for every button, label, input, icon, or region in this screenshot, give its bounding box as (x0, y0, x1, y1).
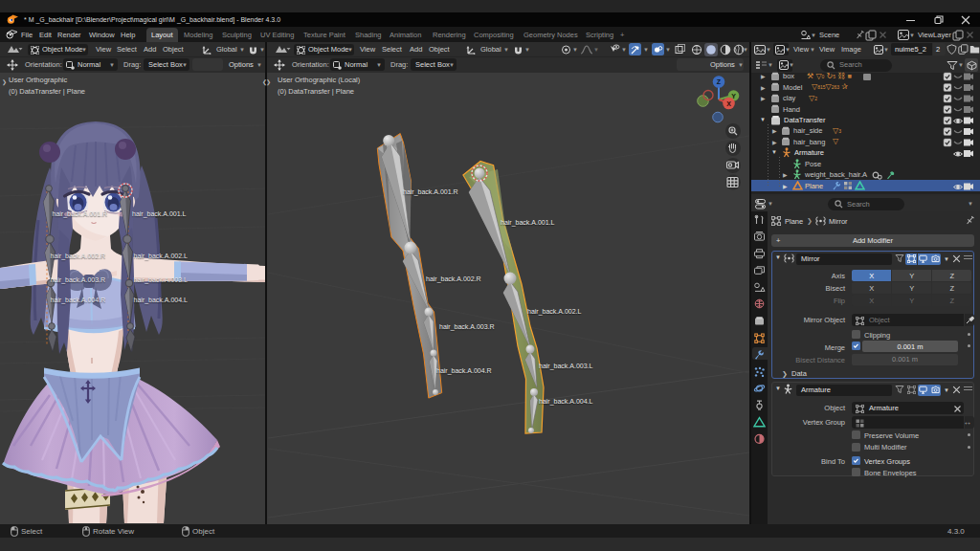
svg-text:X: X (726, 100, 731, 107)
svg-text:Z: Z (717, 78, 722, 85)
